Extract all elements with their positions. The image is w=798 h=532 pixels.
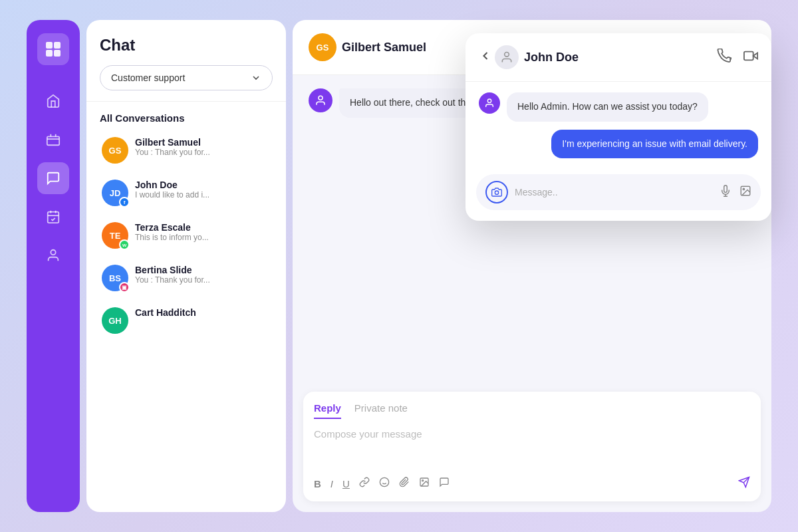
chat-title: Chat: [100, 36, 273, 55]
message-avatar-gs: [309, 88, 332, 112]
conv-preview-bs: You : Thank you for...: [135, 275, 273, 285]
svg-point-17: [422, 480, 424, 481]
svg-rect-5: [48, 212, 59, 223]
svg-rect-0: [46, 42, 53, 49]
compose-area[interactable]: Compose your message: [314, 428, 750, 468]
main-container: Chat Customer support All Conversations …: [27, 20, 771, 512]
social-badge-wa: w: [119, 239, 130, 250]
conv-info-bs: Bertina Slide You : Thank you for...: [135, 265, 273, 285]
avatar-jd: JD f: [102, 180, 128, 206]
svg-point-28: [743, 188, 744, 190]
svg-rect-3: [54, 50, 61, 57]
avatar-te: TE w: [102, 222, 128, 249]
tab-private-note[interactable]: Private note: [354, 402, 408, 419]
sidebar-item-chat[interactable]: [37, 162, 69, 194]
sidebar-item-home[interactable]: [37, 85, 69, 117]
conversations-label: All Conversations: [86, 102, 286, 129]
svg-point-23: [487, 99, 491, 102]
conversation-item-gs[interactable]: GS Gilbert Samuel You : Thank you for...: [86, 129, 286, 172]
svg-rect-2: [46, 50, 53, 57]
conv-info-gs: Gilbert Samuel You : Thank you for...: [135, 137, 273, 157]
emoji-icon[interactable]: [379, 477, 390, 490]
conv-preview-te: This is to inform yo...: [135, 233, 273, 242]
floating-image-icon[interactable]: [739, 185, 751, 200]
sidebar: [27, 20, 80, 512]
filter-label: Customer support: [111, 72, 185, 83]
italic-icon[interactable]: I: [331, 478, 333, 489]
app-logo[interactable]: [37, 33, 69, 65]
conv-info-jd: John Doe I would like to add i...: [135, 180, 273, 200]
social-badge-fb: f: [119, 197, 130, 207]
floating-chat-window: John Doe: [466, 33, 771, 221]
conv-name-te: Terza Escale: [135, 222, 273, 233]
conv-name-bs: Bertina Slide: [135, 265, 273, 275]
conv-preview-jd: I would like to add i...: [135, 190, 273, 200]
svg-rect-22: [744, 52, 753, 61]
image-icon[interactable]: [419, 477, 430, 490]
attach-icon[interactable]: [399, 477, 410, 490]
floating-messages-area: Hello Admin. How can we assist you today…: [466, 82, 771, 169]
conversation-item-jd[interactable]: JD f John Doe I would like to add i...: [86, 172, 286, 214]
avatar-gs: GS: [102, 137, 128, 164]
conv-name-gs: Gilbert Samuel: [135, 137, 273, 148]
social-badge-ig: ▣: [119, 282, 130, 293]
floating-message-incoming: Hello Admin. How can we assist you today…: [479, 92, 758, 122]
avatar-bs: BS ▣: [102, 265, 128, 291]
chat-filter-dropdown[interactable]: Customer support: [100, 65, 273, 90]
conversation-item-gh[interactable]: GH Cart Hadditch: [86, 299, 286, 342]
chat-header: Chat Customer support: [86, 20, 286, 102]
chat-panel: Chat Customer support All Conversations …: [86, 20, 286, 512]
floating-input-area: Message..: [476, 174, 761, 210]
floating-message-outgoing: I'm experiencing an issue with email del…: [479, 130, 758, 159]
svg-point-24: [495, 191, 498, 194]
floating-bubble-incoming: Hello Admin. How can we assist you today…: [507, 92, 708, 122]
floating-input-icons: [720, 185, 751, 200]
conversation-list: GS Gilbert Samuel You : Thank you for...…: [86, 129, 286, 512]
conversation-item-bs[interactable]: BS ▣ Bertina Slide You : Thank you for..…: [86, 257, 286, 299]
floating-chat-actions: [717, 49, 758, 66]
svg-marker-21: [753, 53, 757, 59]
conversation-item-te[interactable]: TE w Terza Escale This is to inform yo..…: [86, 214, 286, 257]
link-icon[interactable]: [359, 477, 370, 490]
conv-info-gh: Cart Hadditch: [135, 307, 273, 318]
floating-contact-name: John Doe: [524, 51, 717, 65]
svg-rect-4: [47, 136, 59, 145]
floating-video-icon[interactable]: [743, 49, 758, 66]
bold-icon[interactable]: B: [314, 478, 321, 489]
svg-point-9: [51, 250, 55, 255]
floating-mic-icon[interactable]: [720, 185, 732, 200]
conv-name-jd: John Doe: [135, 180, 273, 190]
avatar-gh: GH: [102, 307, 128, 334]
conv-name-gh: Cart Hadditch: [135, 307, 273, 318]
conv-info-te: Terza Escale This is to inform yo...: [135, 222, 273, 242]
floating-user-avatar: [495, 45, 519, 69]
reply-toolbar: B I U: [314, 476, 750, 491]
send-button[interactable]: [738, 476, 750, 491]
sidebar-item-tickets[interactable]: [37, 124, 69, 156]
reply-tabs: Reply Private note: [314, 402, 750, 419]
svg-rect-1: [54, 42, 61, 49]
floating-call-icon[interactable]: [717, 49, 732, 66]
quote-icon[interactable]: [439, 477, 450, 490]
sidebar-item-calendar[interactable]: [37, 201, 69, 233]
tab-reply[interactable]: Reply: [314, 402, 341, 419]
svg-point-12: [319, 96, 323, 100]
floating-avatar-admin: [479, 92, 500, 114]
svg-point-20: [505, 53, 509, 57]
floating-bubble-outgoing: I'm experiencing an issue with email del…: [551, 130, 758, 159]
sidebar-item-contacts[interactable]: [37, 239, 69, 271]
conv-preview-gs: You : Thank you for...: [135, 148, 273, 157]
floating-input-placeholder[interactable]: Message..: [515, 187, 713, 198]
svg-point-13: [380, 477, 388, 486]
floating-back-button[interactable]: [479, 49, 492, 65]
floating-camera-icon[interactable]: [485, 181, 508, 203]
contact-avatar-gs: GS: [309, 33, 336, 61]
underline-icon[interactable]: U: [342, 478, 350, 489]
floating-chat-header: John Doe: [466, 33, 771, 82]
reply-area: Reply Private note Compose your message …: [303, 392, 761, 501]
